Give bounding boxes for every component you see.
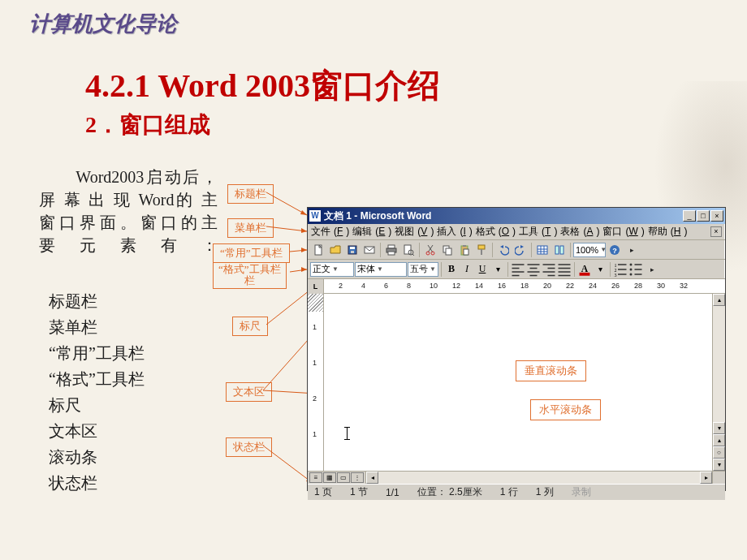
outline-view-icon[interactable]: ⋮ bbox=[351, 472, 364, 483]
font-dropdown[interactable]: 宋体▼ bbox=[355, 262, 407, 277]
intro-line: 要元素有： bbox=[39, 234, 218, 256]
svg-rect-28 bbox=[404, 245, 411, 254]
paste-icon[interactable] bbox=[456, 242, 473, 258]
numbered-list-icon[interactable]: 123 bbox=[613, 262, 628, 277]
align-justify-icon[interactable] bbox=[557, 262, 572, 277]
toolbar-separator bbox=[610, 262, 611, 277]
svg-rect-40 bbox=[478, 245, 485, 249]
word-window: W 文档 1 - Microsoft Word _ □ × 文件(F) 编辑(E… bbox=[307, 207, 726, 491]
size-dropdown[interactable]: 五号▼ bbox=[408, 262, 438, 277]
document-page[interactable]: 垂直滚动条 水平滚动条 bbox=[324, 294, 712, 471]
menu-help[interactable]: 帮助(H) bbox=[648, 225, 688, 239]
prev-page-icon[interactable]: ▴ bbox=[713, 434, 725, 446]
format-toolbar: 正文▼ 宋体▼ 五号▼ B I U ▾ A ▾ 123 ▸ bbox=[308, 260, 725, 279]
status-line: 1 行 bbox=[500, 485, 518, 499]
font-color-icon[interactable]: A bbox=[577, 262, 592, 277]
menu-format[interactable]: 格式(O) bbox=[476, 225, 516, 239]
list-item: “常用”工具栏 bbox=[49, 341, 145, 366]
callout-menu-bar: 菜单栏 bbox=[227, 218, 274, 238]
print-view-icon[interactable]: ▭ bbox=[337, 472, 350, 483]
svg-marker-42 bbox=[500, 245, 503, 248]
callout-horizontal-scroll: 水平滚动条 bbox=[530, 399, 601, 420]
align-center-icon[interactable] bbox=[526, 262, 541, 277]
view-buttons: ≡ ▦ ▭ ⋮ bbox=[308, 472, 366, 484]
svg-rect-49 bbox=[555, 246, 559, 254]
minimize-button[interactable]: _ bbox=[683, 210, 696, 222]
menu-view[interactable]: 视图(V) bbox=[395, 225, 434, 239]
print-icon[interactable] bbox=[383, 242, 399, 258]
scroll-track[interactable] bbox=[378, 472, 700, 484]
menu-tools[interactable]: 工具(T) bbox=[519, 225, 557, 239]
copy-icon[interactable] bbox=[439, 242, 456, 258]
undo-icon[interactable] bbox=[495, 242, 512, 258]
table-icon[interactable] bbox=[534, 242, 551, 258]
horizontal-scroll-row: ≡ ▦ ▭ ⋮ ◂ ▸ bbox=[308, 471, 725, 484]
new-doc-icon[interactable] bbox=[310, 242, 326, 258]
chevron-down-icon[interactable]: ▾ bbox=[593, 262, 607, 277]
print-preview-icon[interactable] bbox=[400, 242, 417, 258]
scroll-up-icon[interactable]: ▴ bbox=[713, 294, 725, 306]
save-icon[interactable] bbox=[344, 242, 361, 258]
window-title: 文档 1 - Microsoft Word bbox=[324, 209, 683, 223]
vertical-scrollbar[interactable]: ▴ ▾ ▴ ○ ▾ bbox=[712, 294, 725, 471]
status-bar: 1 页 1 节 1/1 位置： 2.5厘米 1 行 1 列 录制 bbox=[308, 484, 725, 500]
open-icon[interactable] bbox=[327, 242, 343, 258]
menu-insert[interactable]: 插入(I) bbox=[437, 225, 472, 239]
sub-heading: 2．窗口组成 bbox=[85, 110, 210, 140]
svg-marker-5 bbox=[301, 248, 307, 252]
svg-text:3: 3 bbox=[615, 273, 617, 277]
menu-edit[interactable]: 编辑(E) bbox=[352, 225, 391, 239]
style-dropdown[interactable]: 正文▼ bbox=[310, 262, 354, 277]
title-bar[interactable]: W 文档 1 - Microsoft Word _ □ × bbox=[308, 208, 725, 224]
svg-text:A: A bbox=[581, 263, 589, 274]
vertical-ruler[interactable]: 1 1 2 1 bbox=[308, 294, 324, 471]
format-painter-icon[interactable] bbox=[473, 242, 490, 258]
scroll-track[interactable] bbox=[713, 306, 725, 422]
scroll-down-icon[interactable]: ▾ bbox=[713, 422, 725, 434]
scroll-left-icon[interactable]: ◂ bbox=[366, 472, 378, 484]
menu-table[interactable]: 表格(A) bbox=[560, 225, 599, 239]
document-close-button[interactable]: × bbox=[710, 226, 722, 237]
toolbar-options-icon[interactable]: ▸ bbox=[644, 261, 660, 278]
align-left-icon[interactable] bbox=[511, 262, 525, 277]
horizontal-scrollbar[interactable]: ◂ ▸ bbox=[366, 472, 712, 484]
list-item: 标题栏 bbox=[49, 289, 145, 314]
toolbar-separator bbox=[441, 262, 442, 277]
scroll-right-icon[interactable]: ▸ bbox=[700, 472, 712, 484]
columns-icon[interactable] bbox=[551, 242, 568, 258]
close-button[interactable]: × bbox=[710, 210, 723, 222]
callout-ruler: 标尺 bbox=[232, 317, 268, 336]
svg-marker-7 bbox=[301, 267, 307, 272]
next-page-icon[interactable]: ▾ bbox=[713, 459, 725, 471]
normal-view-icon[interactable]: ≡ bbox=[309, 472, 322, 483]
align-right-icon[interactable] bbox=[542, 262, 556, 277]
underline-button[interactable]: U bbox=[475, 262, 490, 277]
toolbar-separator bbox=[419, 243, 420, 257]
zoom-dropdown[interactable]: 100%▼ bbox=[573, 243, 606, 257]
italic-button[interactable]: I bbox=[460, 262, 474, 277]
browse-object-icon[interactable]: ○ bbox=[713, 446, 725, 459]
tab-selector[interactable]: L bbox=[308, 279, 324, 294]
toolbar-separator bbox=[531, 243, 532, 257]
maximize-button[interactable]: □ bbox=[697, 210, 710, 222]
svg-marker-43 bbox=[520, 245, 524, 248]
status-position: 位置： 2.5厘米 bbox=[417, 485, 482, 499]
intro-line: 窗口界面。窗口的主 bbox=[39, 211, 218, 234]
svg-text:?: ? bbox=[612, 247, 617, 255]
email-icon[interactable] bbox=[361, 242, 378, 258]
bold-button[interactable]: B bbox=[444, 262, 459, 277]
callout-status-bar: 状态栏 bbox=[226, 437, 272, 457]
zoom-value: 100% bbox=[576, 245, 598, 255]
chevron-down-icon: ▼ bbox=[430, 265, 436, 273]
svg-rect-38 bbox=[463, 245, 466, 247]
cut-icon[interactable] bbox=[422, 242, 438, 258]
menu-window[interactable]: 窗口(W) bbox=[602, 225, 644, 239]
horizontal-ruler[interactable]: L 2 4 6 8 10 12 14 16 18 20 22 24 26 28 … bbox=[308, 279, 725, 294]
toolbar-options-icon[interactable]: ▸ bbox=[624, 242, 640, 258]
bulleted-list-icon[interactable] bbox=[628, 262, 643, 277]
chevron-down-icon[interactable]: ▾ bbox=[490, 262, 505, 277]
help-icon[interactable]: ? bbox=[607, 242, 623, 258]
menu-file[interactable]: 文件(F) bbox=[311, 225, 349, 239]
redo-icon[interactable] bbox=[512, 242, 529, 258]
web-view-icon[interactable]: ▦ bbox=[323, 472, 336, 483]
